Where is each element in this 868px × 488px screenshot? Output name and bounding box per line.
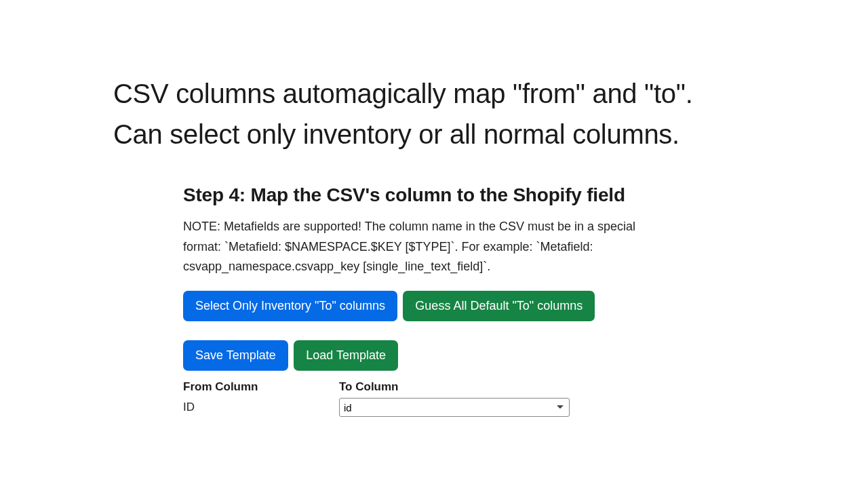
from-column-header: From Column	[183, 380, 339, 394]
to-column-header: To Column	[339, 380, 698, 394]
column-headers: From Column To Column	[183, 380, 698, 394]
to-column-select[interactable]: id	[339, 398, 570, 417]
template-button-row: Save Template Load Template	[183, 340, 698, 371]
guess-default-button[interactable]: Guess All Default "To" columns	[403, 291, 595, 321]
load-template-button[interactable]: Load Template	[294, 340, 398, 371]
step-title: Step 4: Map the CSV's column to the Shop…	[183, 184, 698, 206]
from-column-value: ID	[183, 401, 339, 414]
select-inventory-button[interactable]: Select Only Inventory "To" columns	[183, 291, 397, 321]
preset-button-row: Select Only Inventory "To" columns Guess…	[183, 291, 698, 321]
metafield-note: NOTE: Metafields are supported! The colu…	[183, 217, 671, 277]
save-template-button[interactable]: Save Template	[183, 340, 288, 371]
headline: CSV columns automagically map "from" and…	[113, 73, 764, 155]
mapping-panel: Step 4: Map the CSV's column to the Shop…	[183, 184, 698, 417]
headline-line1: CSV columns automagically map "from" and…	[113, 79, 692, 108]
mapping-row: ID id	[183, 398, 698, 417]
headline-line2: Can select only inventory or all normal …	[113, 119, 679, 149]
